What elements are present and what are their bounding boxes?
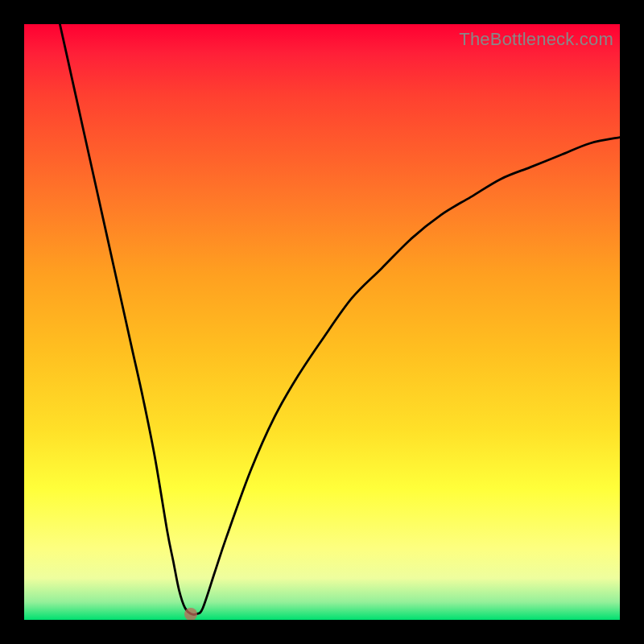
chart-plot-area: TheBottleneck.com bbox=[24, 24, 620, 620]
chart-svg bbox=[24, 24, 620, 620]
optimal-point-marker bbox=[184, 608, 197, 620]
bottleneck-curve bbox=[60, 24, 620, 615]
chart-frame: TheBottleneck.com bbox=[0, 0, 644, 644]
